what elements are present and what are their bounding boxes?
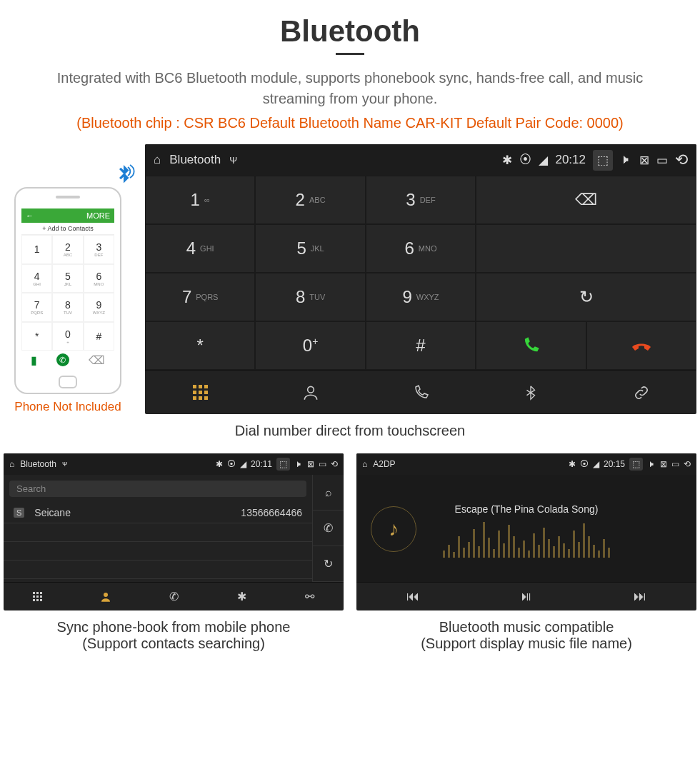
dial-key-#[interactable]: # [366, 321, 476, 370]
pair-tab[interactable]: ⚯ [276, 582, 344, 610]
contacts-side-icons: ⌕ ✆ ↻ [312, 475, 344, 582]
dialer-bottom-tabs [145, 370, 696, 414]
music-caption: Bluetooth music compatible(Support displ… [356, 619, 696, 652]
dial-key-*[interactable]: * [145, 321, 255, 370]
recent-icon[interactable]: ▭ [656, 153, 668, 168]
phone-back-icon: ← [26, 211, 34, 220]
empty-rows [4, 523, 312, 579]
back-icon[interactable]: ⟲ [684, 459, 691, 469]
volume-icon[interactable]: 🕨 [647, 459, 656, 469]
contacts-tab[interactable] [71, 582, 139, 610]
call-log-tab[interactable] [366, 370, 476, 414]
search-icon[interactable]: ⌕ [312, 475, 344, 511]
back-icon[interactable]: ⟲ [675, 151, 688, 169]
volume-icon[interactable]: 🕨 [620, 153, 632, 167]
music-status-bar: ⌂ A2DP ✱ ⦿ ◢ 20:15 ⬚ 🕨 ⊠ ▭ ⟲ [356, 453, 696, 475]
call-log-tab[interactable]: ✆ [139, 582, 207, 610]
keypad-tab[interactable] [4, 582, 71, 610]
camera-icon[interactable]: ⬚ [276, 458, 290, 471]
empty-cell [476, 224, 696, 273]
contacts-panel: ⌂ Bluetooth Ψ ✱ ⦿ ◢ 20:11 ⬚ 🕨 ⊠ ▭ ⟲ [4, 453, 344, 610]
redial-button[interactable]: ↻ [476, 273, 696, 321]
usb-icon: Ψ [229, 155, 237, 166]
dial-key-0[interactable]: 0+ [255, 321, 365, 370]
close-icon[interactable]: ⊠ [307, 459, 314, 469]
music-body: ♪ Escape (The Pina Colada Song) [356, 475, 696, 582]
bluetooth-icon: ✱ [216, 459, 223, 469]
dial-key-4[interactable]: 4GHI [145, 224, 255, 273]
status-title: A2DP [373, 459, 395, 469]
wifi-icon: ◢ [240, 459, 246, 469]
camera-icon[interactable]: ⬚ [593, 150, 613, 171]
keypad-tab[interactable] [145, 370, 255, 414]
phone-key-0: 0+ [52, 322, 83, 351]
phone-key-8: 8TUV [52, 293, 83, 322]
status-title: Bluetooth [20, 459, 56, 469]
close-icon[interactable]: ⊠ [660, 459, 667, 469]
phone-mockup: ← MORE + Add to Contacts 12ABC3DEF4GHI5J… [14, 187, 121, 394]
home-icon[interactable]: ⌂ [154, 153, 161, 167]
equalizer [443, 515, 610, 558]
dial-key-3[interactable]: 3DEF [366, 176, 476, 224]
phone-add-contacts: + Add to Contacts [21, 223, 114, 235]
dial-key-8[interactable]: 8TUV [255, 273, 365, 321]
dial-key-1[interactable]: 1∞ [145, 176, 255, 224]
contact-row[interactable]: S Seicane 13566664466 [4, 503, 312, 523]
dial-key-9[interactable]: 9WXYZ [366, 273, 476, 321]
dialer-grid: 1∞2ABC3DEF⌫4GHI5JKL6MNO7PQRS8TUV9WXYZ↻*0… [145, 176, 696, 370]
dial-key-7[interactable]: 7PQRS [145, 273, 255, 321]
contacts-tab[interactable] [255, 370, 365, 414]
music-panel: ⌂ A2DP ✱ ⦿ ◢ 20:15 ⬚ 🕨 ⊠ ▭ ⟲ ♪ Escape (T… [356, 453, 696, 610]
backspace-button[interactable]: ⌫ [476, 176, 696, 224]
phone-key-2: 2ABC [52, 235, 83, 264]
spec-line: (Bluetooth chip : CSR BC6 Default Blueto… [4, 115, 696, 131]
phone-key-7: 7PQRS [21, 293, 52, 322]
bluetooth-tab[interactable]: ✱ [208, 582, 276, 610]
title-underline [336, 53, 364, 55]
phone-bottom-bar: ▮ ✆ ⌫ [21, 351, 114, 370]
phone-keypad: 12ABC3DEF4GHI5JKL6MNO7PQRS8TUV9WXYZ*0+# [21, 235, 114, 351]
home-icon[interactable]: ⌂ [9, 459, 14, 469]
dial-icon: ✆ [56, 353, 69, 366]
recent-icon[interactable]: ▭ [671, 459, 679, 469]
next-track-button[interactable]: ⏭ [583, 582, 696, 610]
wifi-icon: ◢ [593, 459, 599, 469]
back-icon[interactable]: ⟲ [331, 459, 338, 469]
search-input[interactable]: Search [9, 481, 306, 497]
status-time: 20:11 [251, 459, 272, 469]
volume-icon[interactable]: 🕨 [294, 459, 303, 469]
phone-key-9: 9WXYZ [84, 293, 114, 322]
call-button[interactable] [476, 321, 586, 370]
location-icon: ⦿ [580, 459, 589, 469]
phone-key-#: # [84, 322, 114, 351]
refresh-icon[interactable]: ↻ [312, 546, 344, 582]
contacts-status-bar: ⌂ Bluetooth Ψ ✱ ⦿ ◢ 20:11 ⬚ 🕨 ⊠ ▭ ⟲ [4, 453, 344, 475]
phone-key-4: 4GHI [21, 264, 52, 293]
close-icon[interactable]: ⊠ [639, 153, 649, 168]
dial-key-5[interactable]: 5JKL [255, 224, 365, 273]
home-icon[interactable]: ⌂ [362, 459, 367, 469]
contacts-caption: Sync phone-book from mobile phone(Suppor… [4, 619, 344, 652]
recent-icon[interactable]: ▭ [319, 459, 326, 469]
status-title: Bluetooth [169, 153, 221, 167]
dialer-status-bar: ⌂ Bluetooth Ψ ✱ ⦿ ◢ 20:12 ⬚ 🕨 ⊠ ▭ ⟲ [145, 144, 696, 176]
phone-note: Phone Not Included [4, 400, 132, 414]
svg-point-1 [104, 593, 108, 597]
dial-key-2[interactable]: 2ABC [255, 176, 365, 224]
phone-key-3: 3DEF [84, 235, 114, 264]
contact-badge: S [14, 508, 24, 518]
call-icon[interactable]: ✆ [312, 511, 344, 546]
bluetooth-icon: ✱ [502, 153, 512, 168]
end-call-button[interactable] [586, 321, 696, 370]
dialer-caption: Dial number direct from touchscreen [4, 423, 696, 439]
camera-icon[interactable]: ⬚ [629, 458, 643, 471]
dial-key-6[interactable]: 6MNO [366, 224, 476, 273]
contact-name: Seicane [34, 507, 71, 518]
song-title: Escape (The Pina Colada Song) [455, 503, 599, 515]
pair-tab[interactable] [586, 370, 696, 414]
play-pause-button[interactable]: ⏯ [470, 582, 584, 610]
bluetooth-tab[interactable] [476, 370, 586, 414]
phone-key-1: 1 [21, 235, 52, 264]
phone-key-5: 5JKL [52, 264, 83, 293]
prev-track-button[interactable]: ⏮ [356, 582, 470, 610]
